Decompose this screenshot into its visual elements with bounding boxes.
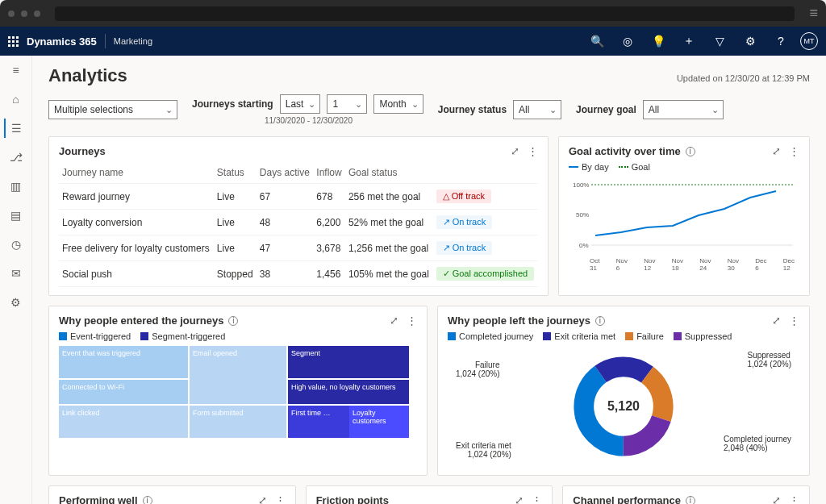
cell: 1,456 (313, 261, 345, 287)
svg-text:100%: 100% (573, 181, 589, 189)
cell: 48 (257, 210, 313, 235)
left-title: Why people left the journeys (448, 314, 590, 327)
lbl-exit: Exit criteria met (456, 441, 511, 450)
tm-tile: Event that was triggered (59, 346, 188, 378)
table-row[interactable]: Loyalty conversionLive486,20052% met the… (59, 210, 538, 235)
nav-journeys-icon[interactable]: ⎇ (4, 148, 28, 167)
status-badge: ✓ Goal accomplished (436, 267, 535, 281)
tm-tile: Segment (288, 346, 409, 378)
performing-card: Performing well i ⤢⋮ (48, 485, 296, 504)
lightbulb-icon[interactable]: 💡 (647, 30, 670, 52)
lbl-failure: Failure (456, 360, 499, 369)
period-count-select[interactable]: 1 (327, 94, 367, 114)
cell: 67 (257, 184, 313, 210)
period-unit-select[interactable]: Month (373, 94, 423, 114)
info-icon[interactable]: i (686, 147, 695, 156)
nav-home-icon[interactable]: ⌂ (4, 90, 28, 109)
nav-assets-icon[interactable]: ▤ (4, 206, 28, 225)
app-launcher-icon[interactable] (8, 36, 19, 47)
journeys-table: Journey nameStatusDays activeInflowGoal … (59, 162, 538, 287)
nav-chat-icon[interactable]: ✉ (4, 264, 28, 283)
table-row[interactable]: Free delivery for loyalty customersLive4… (59, 235, 538, 261)
tm-tile: Email opened (190, 346, 286, 404)
legend-event: Event-triggered (70, 331, 131, 341)
col-header: Journey name (59, 162, 214, 184)
topbar: Dynamics 365 Marketing 🔍 ◎ 💡 ＋ ▽ ⚙ ? MT (0, 27, 826, 56)
cell-badge: ↗ On track (433, 210, 538, 235)
legend-goal: Goal (632, 162, 650, 172)
plus-icon[interactable]: ＋ (678, 30, 700, 52)
cell: Loyalty conversion (59, 210, 214, 235)
filter-bar: Multiple selections Journeys starting La… (48, 94, 810, 125)
more-icon[interactable]: ⋮ (407, 314, 417, 327)
cell: 1,256 met the goal (345, 235, 433, 261)
nav-analytics-icon[interactable]: ☰ (4, 119, 28, 138)
friction-card: Friction points ⤢⋮ (306, 485, 553, 504)
more-icon[interactable]: ⋮ (789, 494, 799, 504)
treemap-chart: Event that was triggered Connected to Wi… (59, 346, 417, 438)
info-icon[interactable]: i (143, 496, 152, 505)
nav-settings-icon[interactable]: ⚙ (4, 293, 28, 312)
expand-icon[interactable]: ⤢ (390, 314, 398, 327)
col-header: Status (214, 162, 257, 184)
cell-badge: ↗ On track (433, 235, 538, 261)
table-row[interactable]: Reward journeyLive67678256 met the goal△… (59, 184, 538, 210)
search-icon[interactable]: 🔍 (586, 30, 608, 52)
cell: Stopped (214, 261, 257, 287)
expand-icon[interactable]: ⤢ (511, 145, 519, 157)
address-bar[interactable] (55, 6, 795, 21)
module-name: Marketing (114, 36, 152, 46)
info-icon[interactable]: i (595, 316, 605, 326)
legend-byday: By day (582, 162, 609, 172)
more-icon[interactable]: ⋮ (532, 494, 542, 504)
cell: Live (214, 184, 257, 210)
window-dot (8, 10, 15, 17)
tm-tile: Loyalty customers (349, 406, 409, 438)
divider (105, 34, 106, 48)
lbl-comp: Completed journey (724, 435, 791, 444)
expand-icon[interactable]: ⤢ (258, 494, 267, 504)
tm-tile: High value, no loyalty customers (288, 380, 409, 404)
nav-globe-icon[interactable]: ◷ (4, 235, 28, 254)
table-row[interactable]: Social pushStopped381,456105% met the go… (59, 261, 538, 287)
nav-collapse-icon[interactable]: ≡ (4, 60, 28, 80)
info-icon[interactable]: i (228, 316, 238, 326)
period-last-select[interactable]: Last (280, 94, 321, 114)
tm-tile: Form submitted (190, 406, 286, 438)
info-icon[interactable]: i (686, 496, 695, 505)
more-icon[interactable]: ⋮ (528, 145, 538, 157)
status-select[interactable]: All (513, 100, 561, 119)
lbl-exit-v: 1,024 (20%) (456, 450, 511, 459)
browser-chrome: ≡ (0, 0, 826, 27)
cell: 105% met the goal (345, 261, 433, 287)
cell: Live (214, 210, 257, 235)
expand-icon[interactable]: ⤢ (515, 494, 524, 504)
channel-card: Channel performance i ⤢⋮ (562, 485, 810, 504)
more-icon[interactable]: ⋮ (789, 314, 799, 327)
avatar[interactable]: MT (800, 32, 818, 50)
expand-icon[interactable]: ⤢ (772, 145, 781, 157)
leg-exit: Exit criteria met (554, 331, 615, 341)
browser-menu-icon[interactable]: ≡ (809, 5, 818, 22)
target-icon[interactable]: ◎ (616, 30, 639, 52)
gear-icon[interactable]: ⚙ (739, 30, 761, 52)
expand-icon[interactable]: ⤢ (772, 494, 781, 504)
leg-failure: Failure (636, 331, 664, 341)
friction-title: Friction points (316, 494, 389, 504)
goal-label: Journey goal (576, 104, 636, 115)
filter-icon[interactable]: ▽ (708, 30, 731, 52)
help-icon[interactable]: ? (770, 30, 792, 52)
status-badge: ↗ On track (436, 241, 493, 255)
goal-select[interactable]: All (643, 100, 724, 119)
date-range-text: 11/30/2020 - 12/30/2020 (265, 116, 423, 125)
cell: 3,678 (313, 235, 345, 261)
expand-icon[interactable]: ⤢ (772, 314, 781, 327)
lbl-comp-v: 2,048 (40%) (724, 444, 791, 452)
nav-reports-icon[interactable]: ▥ (4, 177, 28, 196)
cell-badge: △ Off track (433, 184, 538, 210)
more-icon[interactable]: ⋮ (275, 494, 286, 504)
lbl-failure-v: 1,024 (20%) (456, 369, 499, 378)
more-icon[interactable]: ⋮ (789, 145, 799, 157)
scope-select[interactable]: Multiple selections (48, 100, 177, 119)
legend-segment: Segment-triggered (152, 331, 225, 341)
